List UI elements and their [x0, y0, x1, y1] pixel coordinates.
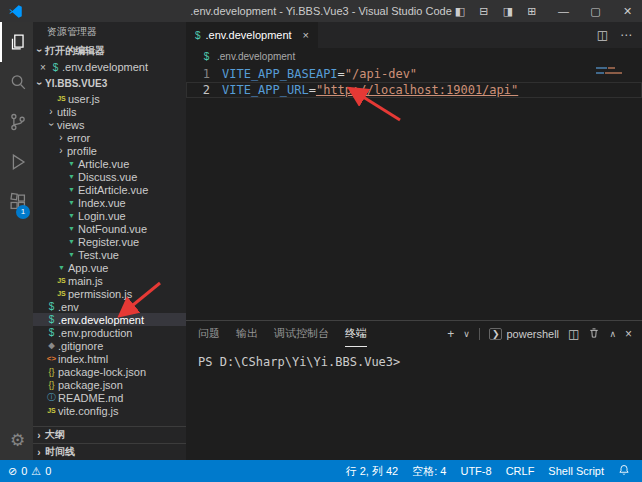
source-control-icon[interactable]	[0, 102, 33, 142]
tab-label: .env.development	[206, 29, 292, 41]
tab-close-icon[interactable]: ×	[303, 29, 309, 41]
toggle-sidebar-icon[interactable]: ◧	[449, 5, 471, 18]
vue-file-icon: ▼	[65, 186, 78, 193]
tab-env-development[interactable]: $ .env.development ×	[186, 22, 318, 48]
code-token-op: =	[338, 66, 345, 82]
tree-item-.gitignore[interactable]: ◆.gitignore	[33, 339, 186, 352]
code-editor[interactable]: 1VITE_APP_BASEAPI="/api-dev"2VITE_APP_UR…	[186, 64, 642, 320]
run-debug-icon[interactable]	[0, 142, 33, 182]
timeline-section-header[interactable]: › 时间线	[33, 443, 186, 460]
indentation-setting[interactable]: 空格: 4	[412, 464, 446, 479]
tree-item-.env.development[interactable]: $.env.development	[33, 313, 186, 326]
open-editor-item[interactable]: × $ .env.development	[33, 59, 186, 75]
tree-item-vite.config.js[interactable]: JSvite.config.js	[33, 404, 186, 417]
project-section-header[interactable]: › YI.BBS.VUE3	[33, 75, 186, 92]
new-terminal-button[interactable]: +	[447, 327, 454, 341]
settings-gear-icon[interactable]: ⚙	[0, 420, 33, 460]
language-mode[interactable]: Shell Script	[548, 465, 604, 477]
panel-tab-bar: 问题输出调试控制台终端 + ∨ ❯ powershell ◫ ∧	[186, 321, 642, 347]
tree-item-main.js[interactable]: JSmain.js	[33, 274, 186, 287]
search-icon[interactable]	[0, 62, 33, 102]
shell-selector[interactable]: ❯ powershell	[489, 328, 559, 340]
panel-tab-问题[interactable]: 问题	[198, 321, 220, 347]
code-token-key: VITE_APP_URL	[222, 82, 309, 98]
vue-file-icon: ▼	[65, 173, 78, 180]
cursor-position[interactable]: 行 2, 列 42	[346, 464, 399, 479]
sidebar-title: 资源管理器	[33, 22, 186, 42]
tree-item-Discuss.vue[interactable]: ▼Discuss.vue	[33, 170, 186, 183]
tree-item-.env[interactable]: $.env	[33, 300, 186, 313]
encoding-setting[interactable]: UTF-8	[460, 465, 491, 477]
error-icon: ⊘	[8, 465, 17, 478]
notifications-bell-icon[interactable]	[618, 464, 630, 478]
vue-file-icon: ▼	[65, 199, 78, 206]
tree-item-Register.vue[interactable]: ▼Register.vue	[33, 235, 186, 248]
tree-item-Article.vue[interactable]: ▼Article.vue	[33, 157, 186, 170]
tree-item-user.js[interactable]: JSuser.js	[33, 92, 186, 105]
file-name: Login.vue	[78, 210, 126, 222]
customize-layout-icon[interactable]: ⊞	[521, 5, 543, 18]
maximize-button[interactable]: ▢	[581, 0, 610, 22]
code-line-2[interactable]: 2VITE_APP_URL="http://localhost:19001/ap…	[186, 82, 642, 98]
tree-item-README.md[interactable]: ⓘREADME.md	[33, 391, 186, 404]
toggle-secondary-sidebar-icon[interactable]: ◨	[497, 5, 519, 18]
html-file-icon: <>	[45, 354, 58, 363]
chevron-right-icon: ›	[33, 430, 45, 441]
problems-indicator[interactable]: ⊘ 0 ⚠ 0	[0, 465, 51, 478]
tree-item-error[interactable]: ›error	[33, 131, 186, 144]
tree-item-NotFound.vue[interactable]: ▼NotFound.vue	[33, 222, 186, 235]
json-file-icon: {}	[45, 380, 58, 390]
code-line-1[interactable]: 1VITE_APP_BASEAPI="/api-dev"	[186, 66, 642, 82]
tree-item-index.html[interactable]: <>index.html	[33, 352, 186, 365]
panel-tab-终端[interactable]: 终端	[345, 321, 367, 347]
split-terminal-icon[interactable]: ◫	[568, 327, 579, 341]
breadcrumb-file: .env.development	[217, 51, 295, 62]
terminal-dropdown-icon[interactable]: ∨	[463, 329, 470, 339]
env-file-icon: $	[195, 30, 201, 41]
js-file-icon: JS	[55, 95, 68, 102]
eol-setting[interactable]: CRLF	[506, 465, 535, 477]
tree-item-Index.vue[interactable]: ▼Index.vue	[33, 196, 186, 209]
split-editor-icon[interactable]: ◫	[597, 28, 608, 42]
tree-item-views[interactable]: ›views	[33, 118, 186, 131]
panel-tab-调试控制台[interactable]: 调试控制台	[274, 321, 329, 347]
tree-item-package-lock.json[interactable]: {}package-lock.json	[33, 365, 186, 378]
outline-section-header[interactable]: › 大纲	[33, 426, 186, 443]
open-editors-header[interactable]: › 打开的编辑器	[33, 42, 186, 59]
code-token-key: VITE_APP_BASEAPI	[222, 66, 338, 82]
minimize-button[interactable]: —	[549, 0, 578, 22]
file-name: error	[67, 132, 90, 144]
close-button[interactable]: ✕	[613, 0, 642, 22]
vue-file-icon: ▼	[55, 264, 68, 271]
tree-item-EditArticle.vue[interactable]: ▼EditArticle.vue	[33, 183, 186, 196]
tree-item-package.json[interactable]: {}package.json	[33, 378, 186, 391]
panel-tab-输出[interactable]: 输出	[236, 321, 258, 347]
activity-bar: 1 ⚙	[0, 22, 33, 460]
tree-item-utils[interactable]: ›utils	[33, 105, 186, 118]
toggle-panel-icon[interactable]: ⊟	[473, 5, 495, 18]
shell-name: powershell	[506, 328, 559, 340]
open-editor-label: .env.development	[62, 61, 148, 73]
warning-count: 0	[45, 465, 51, 477]
terminal-output[interactable]: PS D:\CSharp\Yi\Yi.BBS.Vue3>	[186, 347, 642, 369]
tree-item-Login.vue[interactable]: ▼Login.vue	[33, 209, 186, 222]
close-panel-icon[interactable]: ×	[625, 327, 632, 341]
close-editor-icon[interactable]: ×	[37, 62, 49, 73]
extensions-icon[interactable]: 1	[0, 182, 33, 222]
tree-item-.env.production[interactable]: $.env.production	[33, 326, 186, 339]
minimap[interactable]	[596, 67, 630, 77]
breadcrumb[interactable]: $ .env.development	[186, 48, 642, 64]
vue-file-icon: ▼	[65, 251, 78, 258]
kill-terminal-icon[interactable]	[588, 327, 600, 342]
vscode-logo-icon	[0, 4, 31, 19]
more-actions-icon[interactable]: ⋯	[620, 28, 632, 42]
tree-item-App.vue[interactable]: ▼App.vue	[33, 261, 186, 274]
chevron-down-icon: ›	[34, 45, 45, 57]
tree-item-permission.js[interactable]: JSpermission.js	[33, 287, 186, 300]
maximize-panel-icon[interactable]: ∧	[609, 329, 616, 339]
file-name: Discuss.vue	[78, 171, 137, 183]
code-token-string: "/api-dev"	[345, 66, 417, 82]
explorer-icon[interactable]	[0, 22, 33, 62]
tree-item-profile[interactable]: ›profile	[33, 144, 186, 157]
tree-item-Test.vue[interactable]: ▼Test.vue	[33, 248, 186, 261]
